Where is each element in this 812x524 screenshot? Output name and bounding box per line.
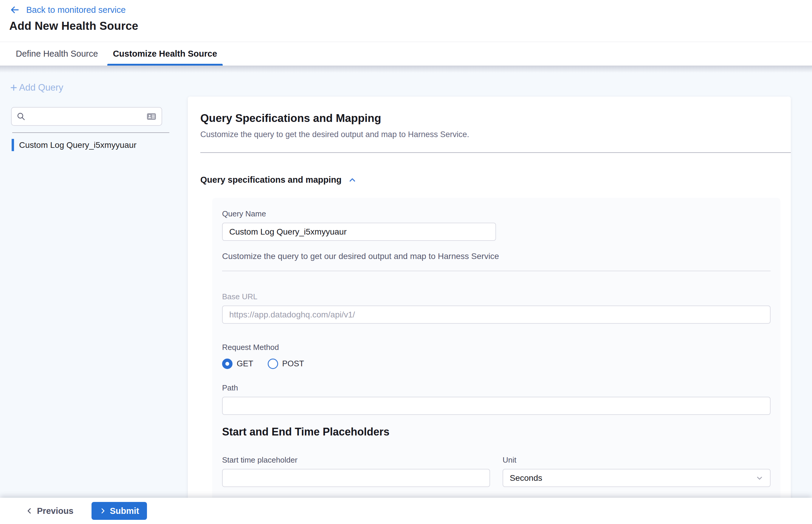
time-placeholders-title: Start and End Time Placeholders [222,426,770,438]
selected-indicator-bar [12,139,14,151]
search-input[interactable] [29,112,143,121]
query-name-group: Query Name [222,209,770,241]
unit-label: Unit [503,456,770,465]
previous-button-label: Previous [37,506,74,516]
query-name-label: Query Name [222,209,770,218]
card-title: Query Specifications and Mapping [200,112,778,125]
tab-bar: Define Health Source Customize Health So… [0,42,812,66]
top-header: Back to monitored service Add New Health… [0,0,812,66]
radio-post-label: POST [282,359,304,369]
radio-post[interactable] [268,359,278,369]
query-item-label: Custom Log Query_i5xmyyuaur [19,141,136,150]
add-query-button[interactable]: Add Query [10,82,63,93]
tab-customize-health-source[interactable]: Customize Health Source [107,42,223,66]
section-title: Query specifications and mapping [200,175,342,185]
sidebar-divider [12,132,169,133]
footer-bar: Previous Submit [0,498,812,524]
path-label: Path [222,383,770,393]
search-icon [16,112,26,121]
card-subtitle: Customize the query to get the desired o… [200,130,778,139]
request-method-label: Request Method [222,343,770,352]
section-toggle[interactable]: Query specifications and mapping [200,175,780,185]
base-url-input[interactable] [222,306,770,324]
page-title: Add New Health Source [9,20,138,32]
card-view-icon[interactable] [146,111,157,122]
panel-divider [222,271,770,271]
chevron-down-icon [755,474,764,482]
request-method-options: GET POST [222,359,770,369]
query-mapping-panel: Query Name Customize the query to get ou… [212,198,780,520]
chevron-left-icon [26,507,33,515]
start-time-label: Start time placeholder [222,456,490,465]
plus-icon [10,83,18,92]
unit-select[interactable]: Seconds [503,469,770,487]
content-area: Add Query Custom Log Query_i5xmyyuaur [0,66,812,524]
sidebar-query-item[interactable]: Custom Log Query_i5xmyyuaur [12,139,136,151]
chevron-up-icon [348,176,357,184]
submit-button[interactable]: Submit [92,502,147,520]
base-url-label: Base URL [222,292,770,301]
chevron-right-icon [99,507,107,514]
time-placeholders-row: Start time placeholder Unit Seconds [222,456,770,487]
base-url-group: Base URL [222,292,770,324]
card-header: Query Specifications and Mapping Customi… [188,97,791,139]
path-input[interactable] [222,397,770,415]
query-name-input[interactable] [222,223,496,241]
path-group: Path [222,383,770,415]
submit-button-label: Submit [110,506,139,516]
start-time-input[interactable] [222,469,490,487]
back-arrow-icon [10,5,20,15]
tab-define-health-source[interactable]: Define Health Source [10,42,104,66]
radio-get[interactable] [222,359,232,369]
previous-button[interactable]: Previous [26,506,74,516]
radio-option-post[interactable]: POST [268,359,304,369]
query-helper-text: Customize the query to get our desired o… [222,251,770,261]
start-time-group: Start time placeholder [222,456,490,487]
add-query-label: Add Query [19,82,63,93]
card-body: Query specifications and mapping Query N… [188,153,791,520]
radio-get-label: GET [237,359,254,369]
back-link[interactable]: Back to monitored service [10,5,126,15]
radio-option-get[interactable]: GET [222,359,254,369]
unit-group: Unit Seconds [503,456,770,487]
back-link-label: Back to monitored service [26,5,126,15]
request-method-group: Request Method GET POST [222,343,770,369]
query-search-box[interactable] [11,107,162,126]
query-specifications-card: Query Specifications and Mapping Customi… [188,97,791,520]
unit-select-value: Seconds [510,473,542,483]
